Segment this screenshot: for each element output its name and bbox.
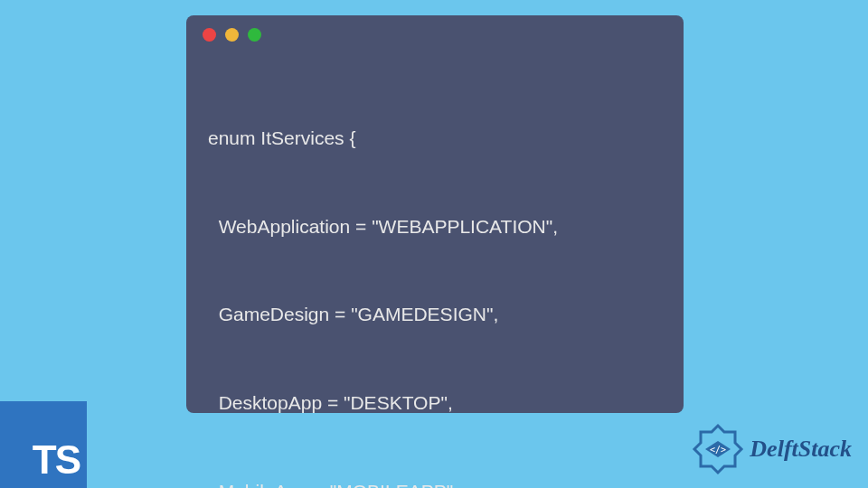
- code-line: enum ItServices {: [208, 124, 662, 154]
- close-icon: [203, 28, 216, 42]
- traffic-lights: [186, 15, 684, 49]
- typescript-badge-text: TS: [33, 437, 80, 483]
- svg-text:</>: </>: [710, 445, 726, 455]
- brand-logo: </> DelftStack: [692, 423, 852, 475]
- code-window: enum ItServices { WebApplication = "WEBA…: [186, 15, 684, 413]
- brand-name: DelftStack: [750, 436, 852, 463]
- delftstack-icon: </>: [692, 423, 744, 475]
- code-line: WebApplication = "WEBAPPLICATION",: [208, 212, 662, 242]
- minimize-icon: [225, 28, 239, 42]
- typescript-badge: TS: [0, 401, 87, 488]
- code-line: MobileApp = "MOBILEAPP": [208, 477, 662, 488]
- code-line: GameDesign = "GAMEDESIGN",: [208, 300, 662, 330]
- maximize-icon: [248, 28, 261, 42]
- code-content: enum ItServices { WebApplication = "WEBA…: [186, 49, 684, 488]
- code-line: DesktopApp = "DESKTOP",: [208, 389, 662, 418]
